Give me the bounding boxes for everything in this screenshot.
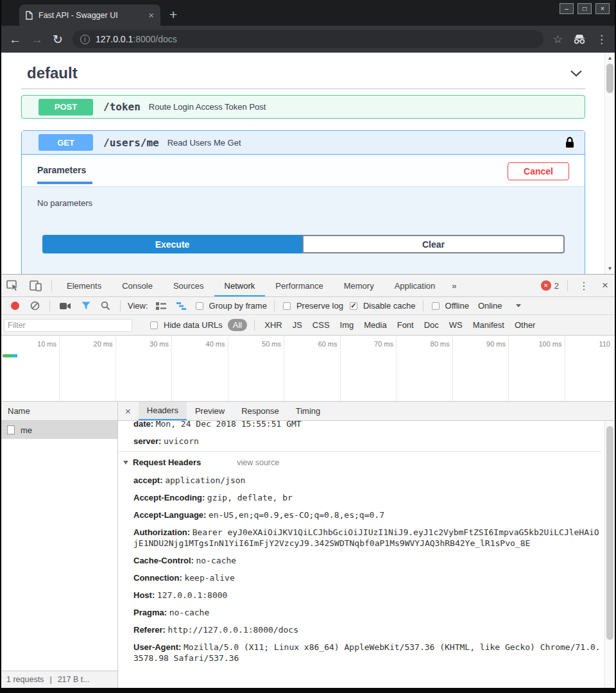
filter-type-media[interactable]: Media bbox=[359, 319, 391, 331]
view-waterfall-icon[interactable] bbox=[171, 302, 192, 311]
timeline-tick: 80 ms bbox=[397, 336, 453, 401]
detail-close-icon[interactable]: × bbox=[118, 402, 139, 420]
detail-scrollbar-thumb[interactable] bbox=[606, 426, 613, 640]
expand-triangle-icon[interactable] bbox=[123, 461, 128, 465]
devtools-close-icon[interactable]: × bbox=[595, 279, 615, 292]
filter-type-css[interactable]: CSS bbox=[307, 319, 335, 331]
request-name: me bbox=[21, 425, 32, 435]
filter-type-other[interactable]: Other bbox=[509, 319, 541, 331]
name-column-header[interactable]: Name bbox=[1, 402, 117, 421]
request-header-row: Refererhttp://127.0.0.1:8000/docs bbox=[133, 621, 601, 638]
endpoint-header[interactable]: GET /users/me Read Users Me Get bbox=[22, 131, 585, 155]
window-controls: – □ × bbox=[560, 3, 610, 14]
headers-detail-body: dateMon, 24 Dec 2018 15:55:51 GMT server… bbox=[118, 421, 615, 688]
timeline-tick: 50 ms bbox=[228, 336, 285, 401]
request-detail-panel: × Headers Preview Response Timing dateMo… bbox=[118, 402, 615, 688]
parameters-tab[interactable]: Parameters bbox=[37, 165, 92, 184]
lock-icon[interactable] bbox=[565, 137, 574, 148]
tab-network[interactable]: Network bbox=[214, 275, 266, 296]
forward-icon[interactable]: → bbox=[31, 33, 43, 46]
filter-type-doc[interactable]: Doc bbox=[419, 319, 444, 331]
waterfall-request-bar bbox=[3, 354, 17, 357]
filter-type-xhr[interactable]: XHR bbox=[259, 319, 287, 331]
filter-funnel-icon[interactable] bbox=[76, 302, 96, 310]
requests-count: 1 requests bbox=[6, 675, 44, 684]
back-icon[interactable]: ← bbox=[9, 33, 21, 46]
maximize-button[interactable]: □ bbox=[578, 3, 592, 14]
hide-data-urls-checkbox[interactable]: ✓ bbox=[150, 321, 158, 329]
close-window-button[interactable]: × bbox=[595, 3, 610, 14]
scroll-down-icon[interactable]: ▼ bbox=[608, 263, 613, 274]
url-field[interactable]: i 127.0.0.1:8000/docs bbox=[73, 30, 543, 48]
execute-button[interactable]: Execute bbox=[42, 235, 302, 253]
timeline-tick: 10 ms bbox=[1, 336, 60, 401]
page-scrollbar-thumb[interactable] bbox=[606, 64, 613, 93]
clear-network-icon[interactable] bbox=[25, 301, 45, 311]
request-headers-section[interactable]: Request Headers view source bbox=[123, 453, 601, 472]
reload-icon[interactable]: ↻ bbox=[53, 33, 63, 46]
search-icon[interactable] bbox=[96, 301, 116, 311]
browser-tab[interactable]: Fast API - Swagger UI × bbox=[19, 4, 160, 26]
screenshot-camera-icon[interactable] bbox=[55, 302, 76, 310]
network-overview-timeline[interactable]: 10 ms 20 ms 30 ms 40 ms 50 ms 60 ms 70 m… bbox=[1, 336, 615, 402]
browser-window: Fast API - Swagger UI × + – □ × ← → ↻ i … bbox=[0, 0, 616, 693]
device-toolbar-icon[interactable] bbox=[24, 280, 47, 291]
detail-scrollbar[interactable] bbox=[604, 421, 615, 688]
tab-performance[interactable]: Performance bbox=[265, 275, 333, 296]
preserve-log-checkbox[interactable]: ✓ bbox=[283, 302, 291, 310]
disable-cache-checkbox[interactable]: ✓ bbox=[350, 302, 357, 310]
filter-type-manifest[interactable]: Manifest bbox=[468, 319, 509, 331]
tab-console[interactable]: Console bbox=[112, 275, 163, 296]
detail-tab-response[interactable]: Response bbox=[233, 402, 287, 420]
devtools-panel: Elements Console Sources Network Perform… bbox=[1, 274, 615, 688]
filter-type-img[interactable]: Img bbox=[335, 319, 359, 331]
detail-tab-headers[interactable]: Headers bbox=[139, 402, 187, 420]
browser-menu-icon[interactable]: ⋮ bbox=[596, 34, 607, 45]
api-section-header[interactable]: default bbox=[21, 62, 585, 82]
address-bar: ← → ↻ i 127.0.0.1:8000/docs ☆ ⋮ bbox=[1, 26, 615, 53]
clear-button[interactable]: Clear bbox=[302, 235, 565, 253]
filter-type-font[interactable]: Font bbox=[392, 319, 419, 331]
view-source-link[interactable]: view source bbox=[237, 458, 279, 467]
section-title: default bbox=[27, 64, 78, 82]
request-file-icon bbox=[7, 425, 15, 434]
cancel-button[interactable]: Cancel bbox=[508, 162, 569, 180]
tab-sources[interactable]: Sources bbox=[163, 275, 214, 296]
record-button[interactable] bbox=[11, 302, 19, 310]
network-toolbar: View: ✓ Group by frame ✓ Preserve log ✓ … bbox=[1, 297, 615, 315]
endpoint-post-token[interactable]: POST /token Route Login Access Token Pos… bbox=[21, 95, 585, 119]
request-row-me[interactable]: me bbox=[1, 421, 117, 439]
endpoint-summary: Read Users Me Get bbox=[167, 138, 241, 148]
offline-label: Offline bbox=[445, 301, 469, 311]
group-by-frame-checkbox[interactable]: ✓ bbox=[196, 302, 203, 310]
filter-type-all[interactable]: All bbox=[228, 319, 247, 331]
new-tab-button[interactable]: + bbox=[169, 7, 177, 22]
devtools-menu-icon[interactable]: ⋮ bbox=[572, 280, 595, 292]
tab-application[interactable]: Application bbox=[384, 275, 446, 296]
more-tabs-icon[interactable]: » bbox=[445, 275, 463, 296]
network-filter-bar: ✓ Hide data URLs All XHR JS CSS Img Medi… bbox=[1, 315, 615, 336]
filter-type-js[interactable]: JS bbox=[287, 319, 307, 331]
page-scrollbar[interactable]: ▲ ▼ bbox=[604, 53, 615, 274]
bookmark-star-icon[interactable]: ☆ bbox=[553, 34, 563, 45]
tab-close-icon[interactable]: × bbox=[148, 10, 154, 21]
view-rows-icon[interactable] bbox=[151, 302, 171, 311]
error-badge-icon[interactable]: ✕ bbox=[541, 280, 551, 291]
chevron-down-icon[interactable] bbox=[570, 70, 583, 77]
url-host: 127.0.0.1 bbox=[96, 34, 133, 44]
filter-type-ws[interactable]: WS bbox=[444, 319, 468, 331]
throttling-caret-icon[interactable] bbox=[516, 304, 521, 307]
tab-memory[interactable]: Memory bbox=[334, 275, 384, 296]
detail-tab-preview[interactable]: Preview bbox=[187, 402, 233, 420]
site-info-icon[interactable]: i bbox=[80, 35, 90, 44]
tab-elements[interactable]: Elements bbox=[56, 275, 112, 296]
detail-tab-timing[interactable]: Timing bbox=[287, 402, 329, 420]
inspect-element-icon[interactable] bbox=[1, 280, 24, 292]
filter-input[interactable] bbox=[4, 319, 132, 332]
scroll-up-icon[interactable]: ▲ bbox=[608, 53, 613, 64]
offline-checkbox[interactable]: ✓ bbox=[432, 302, 440, 310]
throttling-select[interactable]: Online bbox=[478, 301, 502, 311]
minimize-button[interactable]: – bbox=[560, 3, 574, 14]
timeline-tick: 110 bbox=[565, 336, 615, 401]
request-header-row: Connectionkeep-alive bbox=[133, 569, 601, 586]
